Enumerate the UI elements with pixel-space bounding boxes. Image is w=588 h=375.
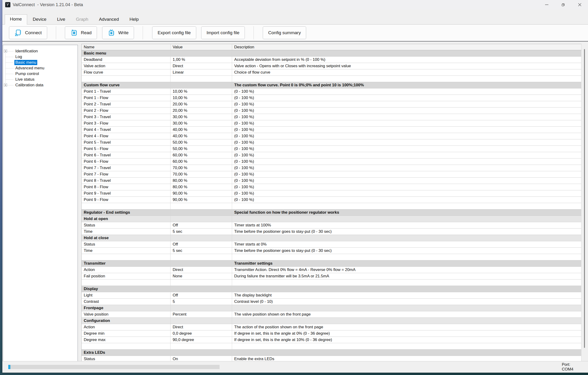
cell-value[interactable]: 70,00 %	[170, 165, 232, 171]
cell-value[interactable]: None	[170, 273, 232, 279]
grid-row-status[interactable]: StatusOffTimer starts at 100%	[82, 222, 581, 229]
grid-row-action[interactable]: ActionDirectThe action of the position s…	[82, 324, 581, 330]
grid-row-fail-position[interactable]: Fail positionNoneDuring failure the tran…	[82, 273, 581, 280]
tree-expand-icon[interactable]: +	[4, 50, 7, 52]
grid-row-contrast[interactable]: Contrast5Contrast level (0 - 10)	[82, 299, 581, 305]
grid-subsection-row-configuration[interactable]: Configuration	[82, 318, 581, 324]
grid-section-row-display[interactable]: Display	[82, 286, 581, 292]
grid-row-point-9-flow[interactable]: Point 9 - Flow90,00 %(0 - 100 %)	[82, 197, 581, 203]
cell-value[interactable]: 50,00 %	[170, 146, 232, 152]
cell-value[interactable]: 50,00 %	[170, 139, 232, 146]
grid-row-point-4-travel[interactable]: Point 4 - Travel40,00 %(0 - 100 %)	[82, 127, 581, 133]
sidebar-item-log[interactable]: Log	[3, 54, 78, 60]
write-button[interactable]: Write	[102, 26, 134, 39]
cell-value[interactable]: 80,00 %	[170, 184, 232, 190]
grid-row-point-8-travel[interactable]: Point 8 - Travel80,00 %(0 - 100 %)	[82, 177, 581, 184]
cell-value[interactable]: Off	[170, 241, 232, 247]
grid-row-action[interactable]: ActionDirectTransmitter Action. Direct 0…	[82, 267, 581, 273]
cell-value[interactable]: Linear	[170, 69, 232, 75]
grid-row-point-5-travel[interactable]: Point 5 - Travel50,00 %(0 - 100 %)	[82, 139, 581, 146]
grid-row-point-7-flow[interactable]: Point 7 - Flow70,00 %(0 - 100 %)	[82, 171, 581, 177]
minimize-button[interactable]	[538, 0, 555, 10]
grid-row-point-6-flow[interactable]: Point 6 - Flow60,00 %(0 - 100 %)	[82, 158, 581, 165]
config-summary-button[interactable]: Config summary	[263, 26, 306, 39]
cell-value[interactable]: 90,0 degree	[170, 337, 232, 343]
grid-row-point-5-flow[interactable]: Point 5 - Flow50,00 %(0 - 100 %)	[82, 146, 581, 152]
cell-value[interactable]: Direct	[170, 63, 232, 69]
grid-row-point-7-travel[interactable]: Point 7 - Travel70,00 %(0 - 100 %)	[82, 165, 581, 171]
cell-value[interactable]: 90,00 %	[170, 190, 232, 197]
grid-row-point-6-travel[interactable]: Point 6 - Travel60,00 %(0 - 100 %)	[82, 152, 581, 158]
cell-value[interactable]: Off	[170, 292, 232, 298]
grid-row-status[interactable]: StatusOnEnable the extra LEDs	[82, 356, 581, 361]
tab-help[interactable]: Help	[125, 15, 144, 24]
grid-row-point-3-travel[interactable]: Point 3 - Travel30,00 %(0 - 100 %)	[82, 114, 581, 120]
grid-subsection-row-frontpage[interactable]: Frontpage	[82, 305, 581, 311]
grid-row-point-1-flow[interactable]: Point 1 - Flow10,00 %(0 - 100 %)	[82, 95, 581, 101]
cell-value[interactable]: Off	[170, 222, 232, 228]
grid-row-degree-min[interactable]: Degree min0,0 degreeIf degree in set, th…	[82, 330, 581, 337]
grid-row-point-1-travel[interactable]: Point 1 - Travel10,00 %(0 - 100 %)	[82, 88, 581, 95]
cell-value[interactable]: 70,00 %	[170, 171, 232, 177]
grid-row-flow-curve[interactable]: Flow curveLinearChoice of flow curve	[82, 69, 581, 76]
read-button[interactable]: Read	[65, 26, 97, 39]
cell-value[interactable]: 20,00 %	[170, 101, 232, 107]
vertical-scrollbar[interactable]	[583, 44, 586, 361]
grid-row-point-2-travel[interactable]: Point 2 - Travel20,00 %(0 - 100 %)	[82, 101, 581, 108]
cell-value[interactable]: 5	[170, 299, 232, 305]
cell-value[interactable]: 90,00 %	[170, 197, 232, 203]
grid-section-row-basic-menu[interactable]: Basic menu	[82, 50, 581, 57]
cell-value[interactable]: Direct	[170, 267, 232, 273]
sidebar-item-live-status[interactable]: Live status	[3, 77, 78, 82]
cell-value[interactable]: 10,00 %	[170, 88, 232, 94]
grid-row-light[interactable]: LightOffThe display backlight	[82, 292, 581, 299]
sidebar-item-identification[interactable]: +Identification	[3, 48, 78, 54]
cell-value[interactable]: 20,00 %	[170, 108, 232, 114]
tab-device[interactable]: Device	[28, 15, 52, 24]
grid-row-point-8-flow[interactable]: Point 8 - Flow80,00 %(0 - 100 %)	[82, 184, 581, 190]
export-config-file-button[interactable]: Export config file	[152, 26, 196, 39]
cell-value[interactable]: 5 sec	[170, 229, 232, 235]
cell-value[interactable]: 5 sec	[170, 248, 232, 254]
grid-row-point-9-travel[interactable]: Point 9 - Travel90,00 %(0 - 100 %)	[82, 190, 581, 197]
grid-row-time[interactable]: Time5 secTime before the positioner goes…	[82, 229, 581, 235]
column-header-description[interactable]: Description	[232, 44, 581, 50]
close-button[interactable]	[571, 0, 588, 10]
import-config-file-button[interactable]: Import config file	[201, 26, 245, 39]
tab-home[interactable]: Home	[5, 14, 27, 24]
cell-value[interactable]: 0,0 degree	[170, 330, 232, 337]
cell-value[interactable]: 30,00 %	[170, 114, 232, 120]
connect-button[interactable]: Connect	[9, 26, 47, 39]
restore-button[interactable]	[555, 0, 571, 10]
column-header-value[interactable]: Value	[170, 44, 232, 50]
sidebar-item-pump-control[interactable]: Pump control	[3, 71, 78, 77]
cell-value[interactable]: On	[170, 356, 232, 361]
tab-live[interactable]: Live	[52, 15, 70, 24]
cell-value[interactable]: 1,00 %	[170, 57, 232, 63]
cell-value[interactable]: Percent	[170, 311, 232, 317]
grid-row-valve-position[interactable]: Valve positionPercentThe valve position …	[82, 311, 581, 318]
cell-value[interactable]: 80,00 %	[170, 177, 232, 184]
grid-subsection-row-hold-at-close[interactable]: Hold at close	[82, 235, 581, 241]
grid-row-time[interactable]: Time5 secTime before the positioner goes…	[82, 248, 581, 254]
cell-value[interactable]: 30,00 %	[170, 120, 232, 126]
sidebar-item-calibration-data[interactable]: +Calibration data	[3, 82, 78, 88]
cell-value[interactable]: 60,00 %	[170, 158, 232, 165]
cell-value[interactable]: 40,00 %	[170, 127, 232, 133]
grid-section-row-transmitter[interactable]: TransmitterTransmitter settings	[82, 260, 581, 267]
cell-value[interactable]: 10,00 %	[170, 95, 232, 101]
grid-section-row-regulator-end-settings[interactable]: Regulator - End settingsSpecial function…	[82, 209, 581, 216]
grid-row-point-4-flow[interactable]: Point 4 - Flow40,00 %(0 - 100 %)	[82, 133, 581, 139]
column-header-name[interactable]: Name	[82, 44, 170, 50]
scrollbar-thumb[interactable]	[584, 49, 585, 348]
sidebar-item-advanced-menu[interactable]: Advanced menu	[3, 65, 78, 71]
grid-row-degree-max[interactable]: Degree max90,0 degreeIf degree in set, t…	[82, 337, 581, 343]
cell-value[interactable]: 40,00 %	[170, 133, 232, 139]
tree-expand-icon[interactable]: +	[4, 83, 7, 87]
grid-row-valve-action[interactable]: Valve actionDirectValve action - Opens w…	[82, 63, 581, 69]
grid-row-point-3-flow[interactable]: Point 3 - Flow30,00 %(0 - 100 %)	[82, 120, 581, 127]
grid-row-status[interactable]: StatusOffTimer starts at 0%	[82, 241, 581, 248]
cell-value[interactable]: Direct	[170, 324, 232, 330]
grid-subsection-row-hold-at-open[interactable]: Hold at open	[82, 216, 581, 222]
tab-advanced[interactable]: Advanced	[94, 15, 124, 24]
